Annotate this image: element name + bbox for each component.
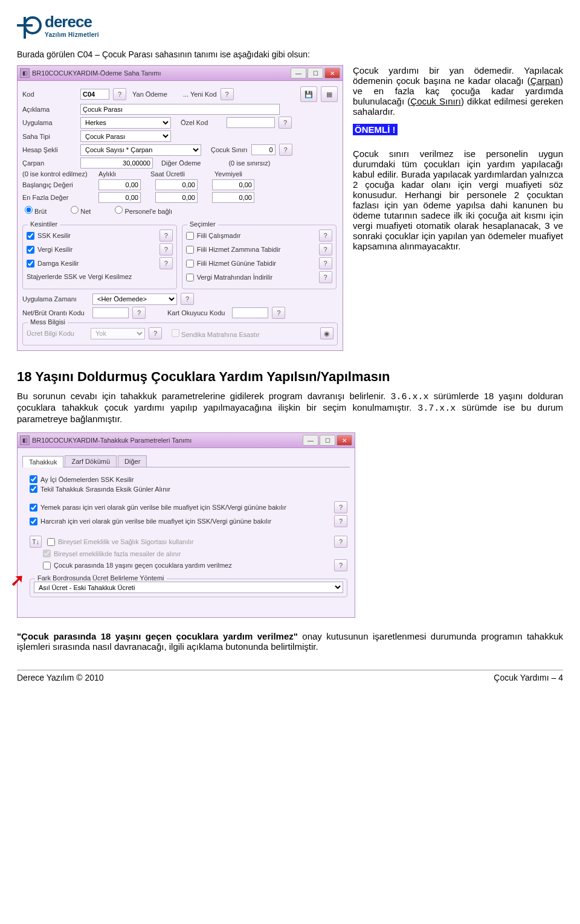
input-enfazla-2[interactable] — [155, 192, 198, 203]
fieldset-mess: Mess Bilgisi Ücret Bilgi Kodu Yok ? Send… — [22, 322, 338, 345]
help-icon[interactable]: ? — [319, 243, 332, 255]
help-icon[interactable]: ? — [181, 293, 194, 305]
save-icon[interactable]: 💾 — [300, 86, 317, 102]
check-fiili-cal[interactable] — [186, 232, 194, 240]
help-icon[interactable]: ? — [160, 257, 173, 269]
label-kontrol: (0 ise kontrol edilmez) — [22, 170, 95, 178]
help-icon[interactable]: ? — [160, 229, 173, 242]
check-vergi[interactable] — [27, 246, 34, 254]
input-cocuk-siniri[interactable] — [251, 144, 276, 155]
input-aciklama[interactable] — [80, 104, 280, 115]
tab-zarf[interactable]: Zarf Dökümü — [65, 455, 117, 467]
check-c7[interactable] — [43, 562, 51, 569]
help-icon[interactable]: ? — [334, 501, 347, 513]
help-icon[interactable]: ? — [334, 515, 347, 527]
select-uyg-zamani[interactable]: <Her Ödemede> — [92, 294, 177, 305]
check-damga[interactable] — [27, 260, 34, 268]
help-icon[interactable]: ? — [319, 257, 332, 269]
gear-icon[interactable]: T↓ — [30, 536, 42, 548]
tab-diger[interactable]: Diğer — [118, 455, 147, 467]
legend-fark: Fark Bordrosunda Ücret Belirleme Yöntemi — [35, 574, 167, 582]
help-icon[interactable]: ? — [149, 327, 162, 339]
radio-net[interactable]: Net — [71, 206, 91, 215]
label-net-brut: Net/Brüt Orantı Kodu — [22, 309, 89, 316]
exp-p2: Çocuk sınırı verilmez ise personelin uyg… — [353, 149, 563, 251]
label-ucret-bilgi: Ücret Bilgi Kodu — [27, 330, 87, 337]
footer-left: Derece Yazılım © 2010 — [17, 673, 104, 682]
tab-bar: Tahakkuk Zarf Dökümü Diğer — [22, 455, 350, 467]
help-icon[interactable]: ? — [272, 307, 285, 319]
label-diger-odeme: Diğer Ödeme — [161, 159, 201, 167]
check-fiili-gun[interactable] — [186, 260, 194, 268]
input-baslangic-2[interactable] — [155, 179, 198, 190]
maximize-button[interactable]: ☐ — [308, 68, 323, 79]
help-icon[interactable]: ? — [132, 307, 146, 319]
label-cocuk-siniri: Çocuk Sınırı — [211, 146, 248, 153]
help-icon[interactable]: ? — [319, 271, 332, 283]
help-icon[interactable]: ? — [334, 559, 347, 571]
input-enfazla-3[interactable] — [212, 192, 254, 203]
check-ssk[interactable] — [27, 232, 34, 240]
minimize-button[interactable]: — — [303, 435, 318, 446]
help-icon[interactable]: ? — [319, 229, 332, 242]
hdr-saat: Saat Ücretli — [150, 170, 211, 178]
export-icon[interactable]: ▦ — [321, 86, 338, 102]
input-baslangic-3[interactable] — [212, 179, 254, 190]
check-fiili-zam[interactable] — [186, 246, 194, 254]
label-baslangic: Başlangıç Değeri — [22, 181, 95, 188]
check-c2[interactable] — [30, 485, 37, 493]
radio-personele[interactable]: Personel'e bağlı — [115, 206, 172, 215]
input-net-brut[interactable] — [92, 307, 129, 318]
help-icon[interactable]: ? — [279, 144, 292, 156]
win2-title: BR10COCUKYARDIM-Tahakkuk Parametreleri T… — [32, 437, 300, 444]
fieldset-secimler: Seçimler Fiili Çalışmadır? Fiili Hizmet … — [182, 225, 337, 289]
help-icon[interactable]: ? — [113, 88, 126, 100]
check-c3[interactable] — [30, 504, 37, 512]
select-fark[interactable]: Asıl Ücret - Eski Tahakkuk Ücreti — [34, 582, 343, 593]
fieldset-kesintiler: Kesintiler SSK Kesilir? Vergi Kesilir? D… — [22, 225, 177, 289]
fingerprint-icon[interactable]: ◉ — [320, 327, 334, 339]
label-hesap-sekli: Hesap Şekli — [22, 146, 77, 153]
help-icon[interactable]: ? — [221, 88, 234, 100]
input-enfazla-1[interactable] — [98, 192, 141, 203]
legend-mess: Mess Bilgisi — [28, 318, 68, 326]
logo-sub: Yazılım Hizmetleri — [45, 31, 99, 38]
check-c1[interactable] — [30, 475, 37, 483]
minimize-button[interactable]: — — [291, 68, 306, 79]
label-enfazla: En Fazla Değer — [22, 194, 95, 201]
close-button[interactable]: ✕ — [324, 68, 340, 79]
onemli-badge: ÖNEMLİ ! — [353, 124, 398, 135]
check-vergi-mat[interactable] — [186, 274, 194, 281]
maximize-button[interactable]: ☐ — [320, 435, 335, 446]
footer-right: Çocuk Yardımı – 4 — [494, 673, 563, 682]
help-icon[interactable]: ? — [160, 243, 173, 255]
help-icon[interactable]: ? — [334, 536, 347, 548]
check-c4[interactable] — [30, 518, 37, 525]
label-sinirsiz: (0 ise sınırsız) — [228, 159, 270, 167]
logo-brand: derece — [45, 13, 99, 31]
tab-tahakkuk[interactable]: Tahakkuk — [22, 456, 63, 467]
check-c6 — [43, 550, 51, 557]
radio-brut[interactable]: Brüt — [25, 206, 47, 215]
input-ozel-kod[interactable] — [227, 117, 275, 128]
hdr-aylikli: Aylıklı — [98, 170, 147, 178]
close-button[interactable]: ✕ — [337, 435, 352, 446]
select-uygulama[interactable]: Herkes — [80, 117, 171, 129]
input-kart[interactable] — [232, 307, 268, 318]
legend-secimler: Seçimler — [187, 220, 218, 228]
input-carpan[interactable] — [80, 158, 153, 168]
label-yeni-kod: ... Yeni Kod — [183, 91, 217, 98]
check-c5[interactable] — [47, 538, 55, 546]
select-saha-tipi[interactable]: Çocuk Parası — [80, 130, 171, 142]
exp-p1: Çocuk yardımı bir yan ödemedir. Yapılaca… — [353, 65, 563, 117]
label-ozel-kod: Özel Kod — [181, 119, 223, 126]
input-baslangic-1[interactable] — [98, 179, 141, 190]
closing-text: "Çocuk parasında 18 yaşını geçen çocukla… — [17, 631, 563, 652]
app-icon: ◧ — [20, 435, 30, 445]
help-icon[interactable]: ? — [279, 117, 292, 129]
doc-logo: derece Yazılım Hizmetleri — [17, 12, 563, 39]
check-sendika — [172, 329, 179, 337]
label-uyg-zamani: Uygulama Zamanı — [22, 295, 89, 303]
input-kod[interactable] — [80, 89, 109, 100]
select-hesap-sekli[interactable]: Çocuk Sayısı * Çarpan — [80, 144, 201, 156]
